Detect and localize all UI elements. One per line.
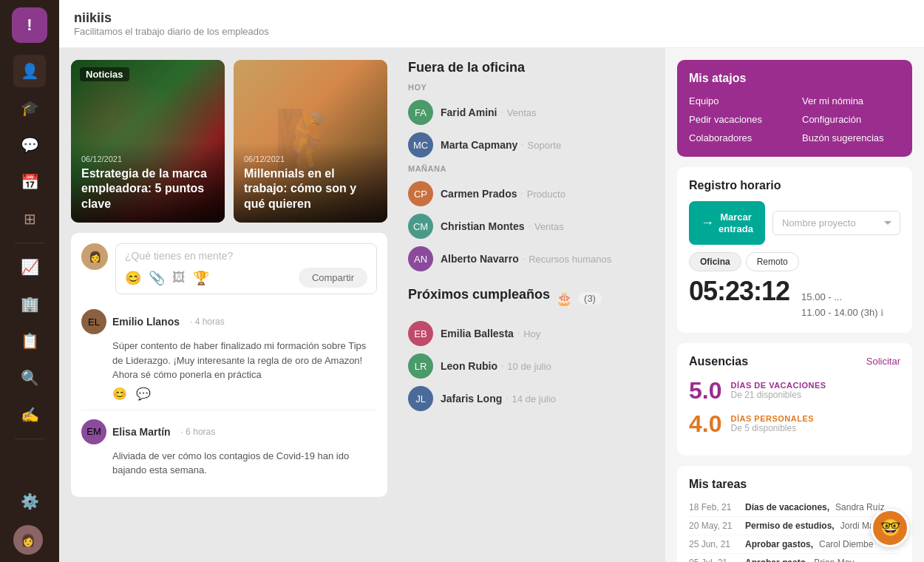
vacation-days: 5.0	[689, 377, 721, 404]
personal-available: De 5 disponibles	[730, 423, 814, 433]
sidebar-item-org[interactable]: 🏢	[13, 288, 46, 320]
post-placeholder[interactable]: ¿Qué tienes en mente?	[125, 250, 367, 262]
app-logo[interactable]: !	[12, 7, 47, 43]
right-column: Mis atajos Equipo Ver mi nómina Pedir va…	[665, 48, 924, 562]
birthday-icon: 🎂	[556, 291, 572, 307]
shortcut-equipo[interactable]: Equipo	[689, 94, 787, 108]
shortcut-nomina[interactable]: Ver mi nómina	[802, 94, 900, 108]
slot-2: 11.00 - 14.00 (3h) ℹ	[801, 305, 884, 321]
project-select[interactable]: Nombre proyecto	[772, 211, 900, 235]
content-area: Noticias 06/12/2021 Estrategia de la mar…	[59, 48, 924, 562]
emoji-icon[interactable]: 😊	[125, 270, 141, 286]
post-time-2: · 6 horas	[181, 427, 216, 437]
dept-farid: Ventas	[507, 107, 537, 118]
attachment-icon[interactable]: 📎	[149, 270, 165, 286]
news-label-1: Noticias	[80, 67, 129, 81]
post-name-1: Emilio Llanos	[112, 316, 180, 328]
post-name-2: Elisa Martín	[112, 426, 171, 438]
task-date-4: 05 Jul, 21	[689, 558, 739, 562]
time-tracker-card: Registro horario → Marcarentrada Nombre …	[677, 167, 912, 333]
shortcuts-grid: Equipo Ver mi nómina Pedir vacaciones Co…	[689, 94, 900, 145]
news-overlay-1: 06/12/2021 Estrategia de la marca emplea…	[71, 143, 225, 223]
birthdays-count: (3)	[578, 292, 602, 305]
news-date-1: 06/12/2021	[81, 155, 214, 163]
task-name-3: Aprobar gastos,	[745, 539, 813, 549]
dept-alberto: Recursos humanos	[529, 254, 611, 265]
sidebar: ! 👤 🎓 💬 📅 ⊞ 📈 🏢 📋 🔍 ✍️ ⚙️ 👩	[0, 0, 59, 562]
office-toggle: Oficina Remoto	[689, 252, 900, 271]
task-name-4: Aprobar gasto,	[745, 558, 808, 562]
app-subtitle: Facilitamos el trabajo diario de los emp…	[74, 26, 909, 37]
sidebar-item-settings[interactable]: ⚙️	[13, 485, 46, 518]
shortcut-buzon[interactable]: Buzón sugerencias	[802, 131, 900, 145]
sidebar-item-people[interactable]: 👤	[13, 55, 46, 87]
news-card-1[interactable]: Noticias 06/12/2021 Estrategia de la mar…	[71, 60, 225, 223]
task-name-1: Días de vacaciones,	[745, 502, 829, 512]
task-date-2: 20 May, 21	[689, 521, 739, 531]
task-date-3: 25 Jun, 21	[689, 539, 739, 549]
share-button[interactable]: Compartir	[299, 268, 367, 288]
shortcuts-title: Mis atajos	[689, 72, 900, 85]
sidebar-item-grid[interactable]: ⊞	[13, 203, 46, 235]
task-2: 20 May, 21 Permiso de estudios, Jordi Ma…	[689, 517, 900, 535]
vacation-info: DÍAS DE VACACIONES De 21 disponibles	[730, 381, 826, 400]
sidebar-item-tasks[interactable]: 📋	[13, 325, 46, 357]
news-card-2[interactable]: 🧗 06/12/2021 Millennials en el trabajo: …	[234, 60, 387, 223]
sidebar-item-calendar[interactable]: 📅	[13, 166, 46, 198]
shortcut-colaboradores[interactable]: Colaboradores	[689, 131, 787, 145]
like-icon-1[interactable]: 😊	[112, 387, 127, 401]
avatar-christian: CM	[408, 214, 433, 239]
slot-1: 15.00 - ...	[801, 290, 884, 305]
shortcut-configuracion[interactable]: Configuración	[802, 112, 900, 126]
avatar-marta: MC	[408, 132, 433, 158]
avatar-carmen: CP	[408, 181, 433, 206]
absences-header: Ausencias Solicitar	[689, 355, 900, 368]
solicitar-button[interactable]: Solicitar	[866, 356, 900, 367]
time-top-row: → Marcarentrada Nombre proyecto	[689, 201, 900, 245]
dept-marta: Soporte	[528, 140, 562, 151]
date-emilia: Hoy	[523, 328, 540, 339]
task-4: 05 Jul, 21 Aprobar gasto, Brian May	[689, 554, 900, 562]
social-feed: 👩 ¿Qué tienes en mente? 😊 📎 🖼 🏆 Comparti…	[71, 233, 387, 497]
sidebar-item-chat[interactable]: 💬	[13, 129, 46, 161]
name-christian: Christian Montes	[441, 220, 525, 232]
post-2: EM Elisa Martín · 6 horas Aliviada de ve…	[81, 410, 377, 487]
name-marta: Marta Capmany	[441, 139, 517, 151]
dept-christian: Ventas	[534, 221, 564, 232]
marcar-entrada-button[interactable]: → Marcarentrada	[689, 201, 765, 245]
task-1: 18 Feb, 21 Días de vacaciones, Sandra Ru…	[689, 498, 900, 517]
shortcut-vacaciones[interactable]: Pedir vacaciones	[689, 112, 787, 126]
sidebar-item-signature[interactable]: ✍️	[13, 399, 46, 431]
shortcuts-card: Mis atajos Equipo Ver mi nómina Pedir va…	[677, 60, 912, 157]
sidebar-item-search[interactable]: 🔍	[13, 362, 46, 394]
oficina-button[interactable]: Oficina	[689, 252, 741, 271]
personal-days: 4.0	[689, 410, 721, 438]
vacation-row: 5.0 DÍAS DE VACACIONES De 21 disponibles	[689, 377, 900, 404]
entrada-label: entrada	[719, 223, 753, 235]
task-person-3: Carol Diembe	[819, 539, 873, 549]
time-slots: 15.00 - ... 11.00 - 14.00 (3h) ℹ	[801, 290, 884, 321]
person-christian: CM Christian Montes · Ventas	[408, 210, 656, 243]
sidebar-divider-2	[15, 439, 44, 439]
comment-icon-1[interactable]: 💬	[136, 387, 151, 401]
sidebar-item-learning[interactable]: 🎓	[13, 92, 46, 124]
user-avatar[interactable]: 👩	[13, 525, 43, 555]
remoto-button[interactable]: Remoto	[746, 252, 799, 271]
task-person-1: Sandra Ruíz	[835, 502, 885, 512]
avatar-alberto: AN	[408, 246, 433, 271]
time-tracker-title: Registro horario	[689, 179, 900, 192]
birthdays-title: Próximos cumpleaños	[408, 287, 550, 302]
name-jafaris: Jafaris Long	[441, 393, 502, 404]
sidebar-item-analytics[interactable]: 📈	[13, 251, 46, 283]
out-of-office-title: Fuera de la oficina	[408, 60, 656, 75]
avatar-jafaris: JL	[408, 386, 433, 411]
sidebar-bottom: ⚙️ 👩	[13, 485, 46, 555]
my-avatar: 👩	[81, 243, 108, 270]
image-icon[interactable]: 🖼	[172, 270, 186, 286]
trophy-icon[interactable]: 🏆	[193, 270, 209, 286]
vacation-available: De 21 disponibles	[730, 390, 826, 400]
clock-display: 05:23:12	[689, 276, 789, 307]
post-1: EL Emilio Llanos · 4 horas Súper content…	[81, 300, 377, 410]
person-carmen: CP Carmen Prados · Producto	[408, 177, 656, 210]
floating-avatar[interactable]: 🤓	[871, 509, 909, 547]
